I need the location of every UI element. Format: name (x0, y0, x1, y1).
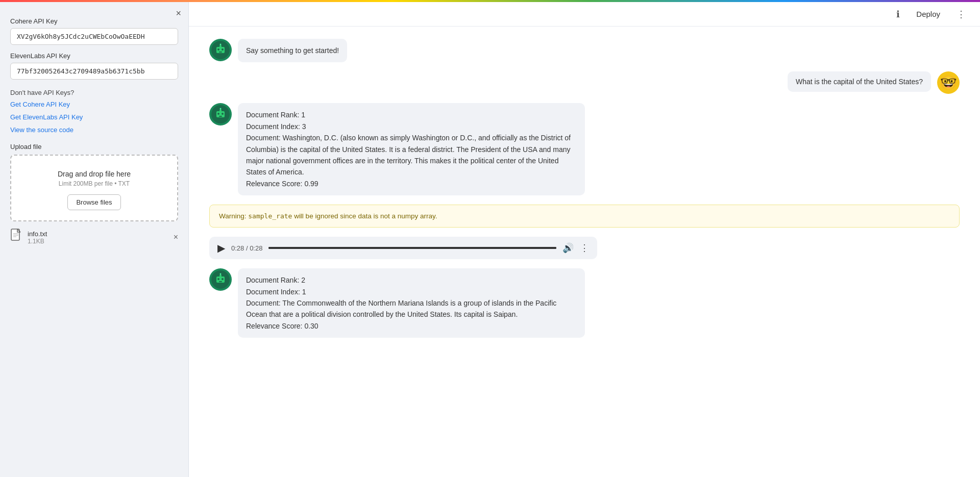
bot-avatar-3 (209, 268, 232, 291)
svg-point-27 (220, 273, 222, 275)
user-message-row: What is the capital of the United States… (209, 71, 960, 94)
warning-prefix: Warning: (219, 212, 248, 220)
deploy-button[interactable]: Deploy (912, 8, 944, 20)
file-icon (10, 229, 22, 246)
file-info: info.txt 1.1KB (28, 230, 168, 245)
svg-point-15 (222, 113, 224, 115)
header-bar: ℹ Deploy ⋮ (189, 2, 980, 27)
app-container: × Cohere API Key ElevenLabs API Key Don'… (0, 2, 980, 477)
bot-response-1-row: Document Rank: 1 Document Index: 3 Docum… (209, 103, 960, 195)
chat-area: Say something to get started! What is th… (189, 27, 980, 477)
audio-player: ▶ 0:28 / 0:28 🔊 ⋮ (209, 237, 597, 259)
play-button[interactable]: ▶ (217, 242, 225, 254)
bot-avatar-2 (209, 103, 232, 125)
elevenlabs-api-key-input[interactable] (10, 63, 178, 80)
svg-rect-9 (219, 45, 222, 47)
svg-point-7 (222, 48, 224, 51)
svg-point-11 (220, 44, 222, 45)
svg-rect-8 (219, 52, 222, 53)
elevenlabs-api-key-label: ElevenLabs API Key (10, 52, 178, 60)
audio-more-button[interactable]: ⋮ (580, 242, 589, 254)
warning-code: sample_rate (248, 212, 292, 220)
svg-point-22 (217, 278, 219, 280)
file-limit-text: Limit 200MB per file • TXT (19, 180, 169, 187)
bot-response-2-row: Document Rank: 2 Document Index: 1 Docum… (209, 268, 960, 338)
browse-files-button[interactable]: Browse files (67, 194, 120, 210)
svg-point-14 (217, 113, 219, 115)
no-api-keys-question: Don't have API Keys? (10, 89, 178, 96)
svg-rect-0 (11, 229, 19, 240)
bot-greeting-row: Say something to get started! (209, 39, 960, 62)
cohere-api-key-input[interactable] (10, 28, 178, 45)
file-item: info.txt 1.1KB × (10, 229, 178, 246)
svg-point-19 (220, 108, 222, 110)
bot-avatar (209, 39, 232, 61)
svg-rect-24 (219, 281, 222, 282)
upload-file-label: Upload file (10, 143, 178, 150)
view-source-link[interactable]: View the source code (10, 126, 178, 134)
more-options-button[interactable]: ⋮ (952, 7, 970, 22)
file-size: 1.1KB (28, 238, 168, 245)
svg-point-23 (222, 278, 224, 280)
sidebar-close-button[interactable]: × (176, 8, 181, 19)
svg-rect-17 (219, 110, 222, 111)
audio-progress-bar[interactable] (268, 247, 556, 249)
audio-time-display: 0:28 / 0:28 (231, 244, 262, 252)
warning-box: Warning: sample_rate will be ignored sin… (209, 205, 960, 228)
svg-rect-25 (219, 275, 222, 277)
user-bubble: What is the capital of the United States… (788, 71, 931, 92)
cohere-api-key-label: Cohere API Key (10, 17, 178, 25)
user-avatar: 🤓 (937, 71, 960, 94)
svg-rect-16 (219, 116, 222, 117)
file-name: info.txt (28, 230, 168, 238)
file-remove-button[interactable]: × (174, 233, 178, 242)
bot-response-2-bubble: Document Rank: 2 Document Index: 1 Docum… (238, 268, 585, 338)
get-cohere-link[interactable]: Get Cohere API Key (10, 101, 178, 108)
upload-area[interactable]: Drag and drop file here Limit 200MB per … (10, 155, 178, 221)
info-button[interactable]: ℹ (892, 7, 904, 22)
svg-point-6 (217, 48, 219, 51)
sidebar: × Cohere API Key ElevenLabs API Key Don'… (0, 2, 189, 477)
get-elevenlabs-link[interactable]: Get ElevenLabs API Key (10, 113, 178, 121)
bot-response-1-bubble: Document Rank: 1 Document Index: 3 Docum… (238, 103, 585, 195)
bot-greeting-bubble: Say something to get started! (238, 39, 347, 62)
volume-button[interactable]: 🔊 (562, 242, 574, 254)
warning-suffix: will be ignored since data is not a nump… (292, 212, 437, 220)
drag-drop-text: Drag and drop file here (19, 170, 169, 178)
